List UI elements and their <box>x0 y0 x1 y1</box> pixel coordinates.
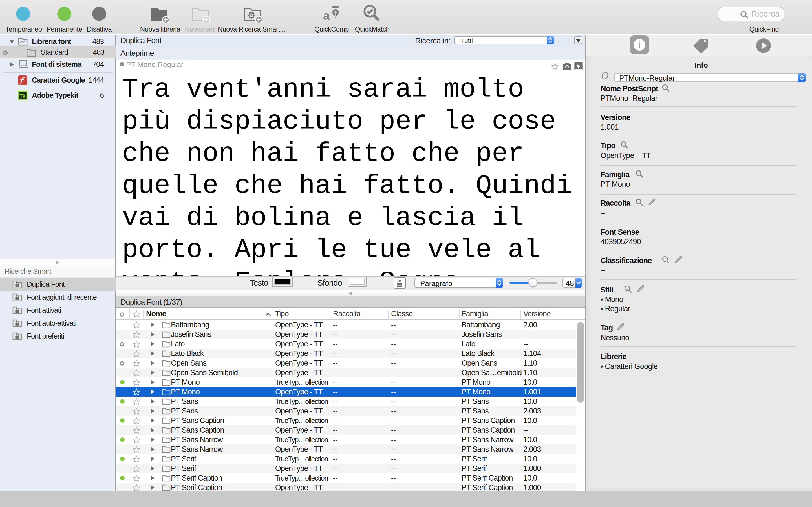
svg-text:a: a <box>323 9 330 22</box>
svg-text:Tk: Tk <box>19 93 26 99</box>
